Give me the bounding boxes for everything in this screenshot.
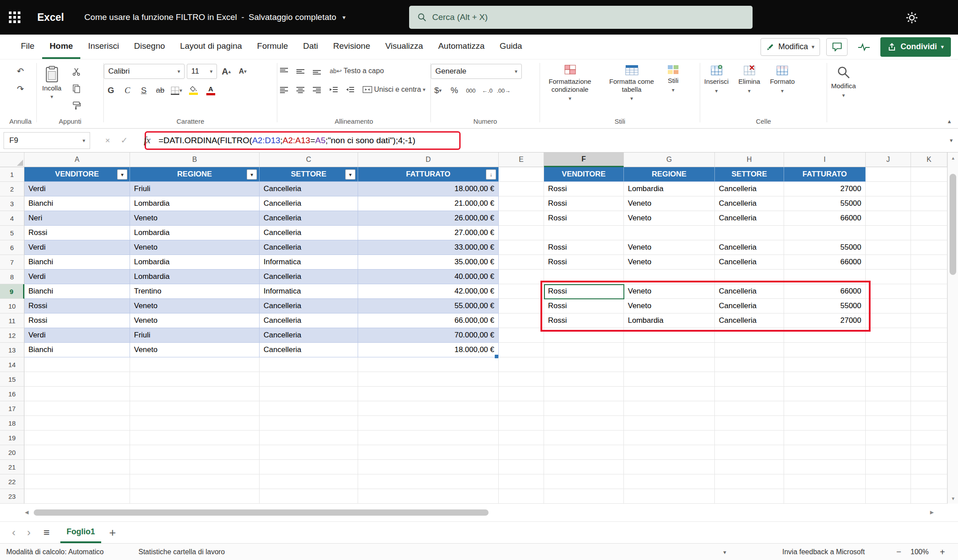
cell-C17[interactable] xyxy=(260,401,358,416)
cell-K19[interactable] xyxy=(911,431,947,445)
cell-A10[interactable]: Rossi xyxy=(24,299,130,313)
cell-J21[interactable] xyxy=(866,460,911,474)
cell-G7[interactable]: Veneto xyxy=(624,255,715,270)
zoom-in-button[interactable]: + xyxy=(940,547,945,557)
cell-A6[interactable]: Verdi xyxy=(24,240,130,255)
cell-G16[interactable] xyxy=(624,387,715,401)
tab-guida[interactable]: Guida xyxy=(492,35,530,59)
cell-E3[interactable] xyxy=(499,196,544,211)
cell-H23[interactable] xyxy=(715,489,784,504)
cell-I15[interactable] xyxy=(784,372,866,387)
cell-A2[interactable]: Verdi xyxy=(24,182,130,196)
cell-H12[interactable] xyxy=(715,328,784,343)
column-header-B[interactable]: B xyxy=(130,153,260,167)
cell-G23[interactable] xyxy=(624,489,715,504)
cell-A17[interactable] xyxy=(24,401,130,416)
row-header-19[interactable]: 19 xyxy=(0,431,24,445)
cell-F7[interactable]: Rossi xyxy=(544,255,624,270)
cell-D22[interactable] xyxy=(358,474,499,489)
cell-styles-button[interactable]: Stili ▾ xyxy=(663,64,683,94)
cell-H15[interactable] xyxy=(715,372,784,387)
feedback-link[interactable]: Invia feedback a Microsoft xyxy=(782,548,865,556)
align-middle-button[interactable] xyxy=(294,64,308,78)
zoom-out-button[interactable]: − xyxy=(896,547,901,557)
cell-J23[interactable] xyxy=(866,489,911,504)
cell-K4[interactable] xyxy=(911,211,947,226)
cell-E23[interactable] xyxy=(499,489,544,504)
cell-F22[interactable] xyxy=(544,474,624,489)
cell-D10[interactable]: 55.000,00 € xyxy=(358,299,499,313)
cell-H21[interactable] xyxy=(715,460,784,474)
cell-F6[interactable]: Rossi xyxy=(544,240,624,255)
delete-cells-button[interactable]: Elimina ▾ xyxy=(734,64,764,95)
cell-F8[interactable] xyxy=(544,270,624,284)
cell-H1[interactable]: SETTORE xyxy=(715,167,784,182)
cell-B21[interactable] xyxy=(130,460,260,474)
cell-D16[interactable] xyxy=(358,387,499,401)
cell-I3[interactable]: 55000 xyxy=(784,196,866,211)
cell-J8[interactable] xyxy=(866,270,911,284)
cell-B19[interactable] xyxy=(130,431,260,445)
cell-J9[interactable] xyxy=(866,284,911,299)
format-as-table-button[interactable]: Formatta come tabella ▾ xyxy=(602,64,662,103)
cell-G2[interactable]: Lombardia xyxy=(624,182,715,196)
cell-K13[interactable] xyxy=(911,343,947,357)
number-format-select[interactable]: Generale ▾ xyxy=(431,64,522,79)
cell-H7[interactable]: Cancelleria xyxy=(715,255,784,270)
cell-E6[interactable] xyxy=(499,240,544,255)
strikethrough-button[interactable]: ab xyxy=(153,83,167,98)
cell-D3[interactable]: 21.000,00 € xyxy=(358,196,499,211)
cell-B12[interactable]: Friuli xyxy=(130,328,260,343)
all-sheets-icon[interactable]: ≡ xyxy=(36,526,57,539)
cell-G15[interactable] xyxy=(624,372,715,387)
cell-A16[interactable] xyxy=(24,387,130,401)
cell-J5[interactable] xyxy=(866,226,911,240)
cell-I19[interactable] xyxy=(784,431,866,445)
insert-function-button[interactable]: fx xyxy=(144,135,150,146)
cell-C22[interactable] xyxy=(260,474,358,489)
decrease-decimal-button[interactable]: .00→ xyxy=(497,83,511,98)
cell-E15[interactable] xyxy=(499,372,544,387)
cell-B10[interactable]: Veneto xyxy=(130,299,260,313)
align-bottom-button[interactable] xyxy=(310,64,324,78)
cell-K14[interactable] xyxy=(911,357,947,372)
row-header-17[interactable]: 17 xyxy=(0,401,24,416)
cell-J17[interactable] xyxy=(866,401,911,416)
cell-B9[interactable]: Trentino xyxy=(130,284,260,299)
tab-file[interactable]: File xyxy=(13,35,42,59)
insert-cells-button[interactable]: Inserisci ▾ xyxy=(700,64,733,95)
cell-I2[interactable]: 27000 xyxy=(784,182,866,196)
cell-J7[interactable] xyxy=(866,255,911,270)
cell-E11[interactable] xyxy=(499,313,544,328)
cell-I16[interactable] xyxy=(784,387,866,401)
cell-I1[interactable]: FATTURATO xyxy=(784,167,866,182)
cell-G3[interactable]: Veneto xyxy=(624,196,715,211)
thousands-format-button[interactable]: 000 xyxy=(464,83,478,98)
cell-C6[interactable]: Cancelleria xyxy=(260,240,358,255)
cell-C7[interactable]: Informatica xyxy=(260,255,358,270)
cell-J20[interactable] xyxy=(866,445,911,460)
tab-revisione[interactable]: Revisione xyxy=(326,35,378,59)
app-launcher-icon[interactable] xyxy=(9,12,20,23)
cell-G4[interactable]: Veneto xyxy=(624,211,715,226)
font-color-button[interactable]: A xyxy=(203,83,218,98)
cell-D19[interactable] xyxy=(358,431,499,445)
cell-I23[interactable] xyxy=(784,489,866,504)
row-header-13[interactable]: 13 xyxy=(0,343,24,357)
exp-formula-bar-icon[interactable]: ▾ xyxy=(950,137,953,144)
cell-K3[interactable] xyxy=(911,196,947,211)
cell-B16[interactable] xyxy=(130,387,260,401)
next-sheet-icon[interactable]: › xyxy=(21,526,36,539)
cell-F4[interactable]: Rossi xyxy=(544,211,624,226)
cell-B7[interactable]: Lombardia xyxy=(130,255,260,270)
decrease-indent-button[interactable] xyxy=(327,82,341,97)
cell-K5[interactable] xyxy=(911,226,947,240)
cell-H3[interactable]: Cancelleria xyxy=(715,196,784,211)
cell-I5[interactable] xyxy=(784,226,866,240)
align-right-button[interactable] xyxy=(310,82,324,97)
column-header-E[interactable]: E xyxy=(499,153,544,167)
cell-H10[interactable]: Cancelleria xyxy=(715,299,784,313)
cell-J22[interactable] xyxy=(866,474,911,489)
cell-E16[interactable] xyxy=(499,387,544,401)
column-header-I[interactable]: I xyxy=(784,153,866,167)
